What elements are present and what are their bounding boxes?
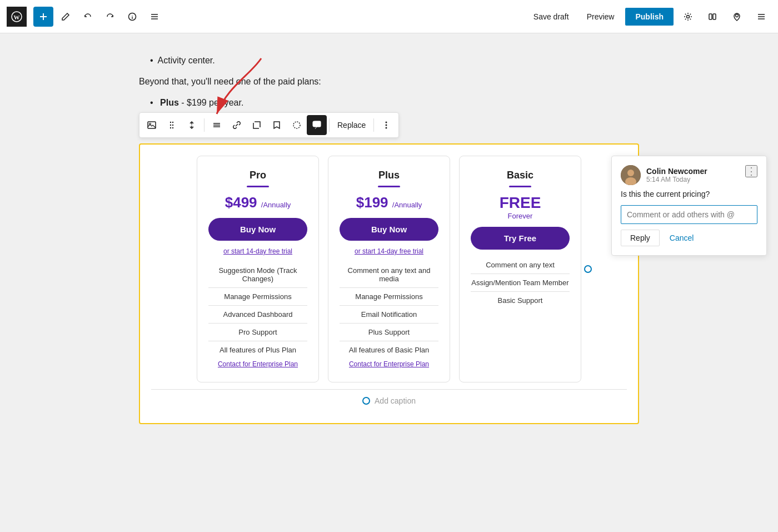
avatar-image <box>621 165 641 185</box>
toolbar-left: W <box>7 7 164 27</box>
basic-feature-list: Comment on any text Assign/Mention Team … <box>471 256 570 309</box>
svg-point-32 <box>386 122 387 123</box>
replace-button[interactable]: Replace <box>332 117 371 133</box>
list-item: Manage Permissions <box>208 288 307 306</box>
editor-mode-button[interactable] <box>702 7 722 27</box>
undo-button[interactable] <box>78 7 98 27</box>
more-options-icon[interactable] <box>376 115 396 135</box>
comment-input[interactable] <box>621 205 757 224</box>
svg-point-19 <box>172 122 173 123</box>
list-item: Suggestion Mode (Track Changes) <box>208 262 307 288</box>
comment-time: 5:14 AM Today <box>646 176 707 183</box>
svg-point-21 <box>172 125 173 126</box>
editor-area: Activity center. Beyond that, you'll nee… <box>139 56 639 424</box>
plus-feature-list: Comment on any text and media Manage Per… <box>340 262 438 359</box>
pro-feature-list: Suggestion Mode (Track Changes) Manage P… <box>208 262 307 359</box>
list-item: Comment on any text <box>471 256 570 274</box>
drag-icon[interactable] <box>162 115 182 135</box>
add-block-button[interactable] <box>33 7 53 27</box>
basic-plan-divider <box>509 186 531 187</box>
info-button[interactable]: i <box>122 7 142 27</box>
svg-point-20 <box>170 125 171 126</box>
preview-button[interactable]: Preview <box>580 9 621 24</box>
list-item: Assign/Mention Team Member <box>471 274 570 292</box>
svg-point-27 <box>293 122 300 128</box>
svg-point-37 <box>627 170 634 176</box>
plus-buy-button[interactable]: Buy Now <box>340 218 438 241</box>
svg-text:W: W <box>14 13 20 20</box>
paragraph-text: Beyond that, you'll need one of the paid… <box>139 77 639 87</box>
svg-point-22 <box>170 127 171 128</box>
pro-contact-link[interactable]: Contact for Enterprise Plan <box>218 360 298 368</box>
plus-plan-name: Plus <box>340 170 438 181</box>
crop-icon[interactable] <box>247 115 267 135</box>
drag-handle-circle <box>584 265 592 273</box>
list-item: Pro Support <box>208 324 307 341</box>
svg-point-34 <box>386 127 387 129</box>
circle-dotted-icon[interactable] <box>287 115 307 135</box>
list-item: All features of Basic Plan <box>340 341 438 359</box>
bullet-plus: Plus - $199 per year. <box>139 98 639 108</box>
list-view-button[interactable] <box>144 7 164 27</box>
publish-button[interactable]: Publish <box>625 8 674 26</box>
svg-rect-16 <box>148 122 156 128</box>
list-item: Advanced Dashboard <box>208 306 307 324</box>
caption-area[interactable]: Add caption <box>151 389 627 412</box>
svg-point-9 <box>687 15 690 18</box>
pro-plan-name: Pro <box>208 170 307 181</box>
caption-placeholder: Add caption <box>375 396 416 405</box>
caption-circle <box>362 397 370 405</box>
comment-user-info: Colin Newcomer 5:14 AM Today <box>646 167 707 183</box>
svg-rect-11 <box>713 14 716 19</box>
list-item: All features of Plus Plan <box>208 341 307 359</box>
plus-trial-link[interactable]: or start 14-day free trial <box>340 247 438 255</box>
list-item: Plus Support <box>340 324 438 341</box>
svg-point-12 <box>736 14 739 17</box>
basic-plan-card: Basic FREE Forever Try Free Comment on a… <box>459 156 581 382</box>
pro-trial-link[interactable]: or start 14-day free trial <box>208 247 307 255</box>
top-toolbar: W <box>0 0 778 33</box>
block-toolbar: Replace <box>139 112 399 138</box>
wp-logo[interactable]: W <box>7 7 27 27</box>
pro-plan-divider <box>247 186 269 187</box>
comment-text: Is this the current pricing? <box>621 190 757 198</box>
comment-panel: Colin Newcomer 5:14 AM Today ⋮ Is this t… <box>611 156 767 256</box>
save-draft-button[interactable]: Save draft <box>527 9 576 24</box>
plus-plan-card: Plus $199 /Annually Buy Now or start 14-… <box>328 156 450 382</box>
edit-button[interactable] <box>56 7 76 27</box>
pro-buy-button[interactable]: Buy Now <box>208 218 307 241</box>
comment-more-button[interactable]: ⋮ <box>745 165 757 177</box>
toolbar-divider2 <box>329 118 330 132</box>
plus-plan-divider <box>378 186 400 187</box>
comment-author: Colin Newcomer <box>646 167 707 176</box>
main-content: Activity center. Beyond that, you'll nee… <box>0 33 778 532</box>
link-icon[interactable] <box>227 115 247 135</box>
align-icon[interactable] <box>207 115 227 135</box>
bookmark-icon[interactable] <box>267 115 287 135</box>
svg-rect-10 <box>709 14 712 19</box>
reply-button[interactable]: Reply <box>621 230 660 246</box>
settings-button[interactable] <box>678 7 698 27</box>
basic-try-button[interactable]: Try Free <box>471 227 570 250</box>
comment-icon[interactable] <box>307 115 327 135</box>
cancel-button[interactable]: Cancel <box>664 230 700 246</box>
list-item: Comment on any text and media <box>340 262 438 288</box>
basic-plan-name: Basic <box>471 170 570 181</box>
svg-point-18 <box>170 122 171 123</box>
comment-user: Colin Newcomer 5:14 AM Today <box>621 165 707 185</box>
avatar <box>621 165 641 185</box>
basic-plan-price: FREE Forever <box>471 194 570 220</box>
bullet-activity-center: Activity center. <box>139 56 639 66</box>
image-icon[interactable] <box>142 115 162 135</box>
comment-header: Colin Newcomer 5:14 AM Today ⋮ <box>621 165 757 185</box>
plus-contact-link[interactable]: Contact for Enterprise Plan <box>349 360 429 368</box>
svg-text:i: i <box>132 14 133 20</box>
location-button[interactable] <box>727 7 747 27</box>
more-options-button[interactable] <box>751 7 771 27</box>
plus-plan-price: $199 /Annually <box>340 194 438 211</box>
pro-plan-price: $499 /Annually <box>208 194 307 211</box>
list-item: Basic Support <box>471 292 570 309</box>
svg-point-33 <box>386 125 387 126</box>
redo-button[interactable] <box>100 7 120 27</box>
move-up-down-icon[interactable] <box>182 115 202 135</box>
